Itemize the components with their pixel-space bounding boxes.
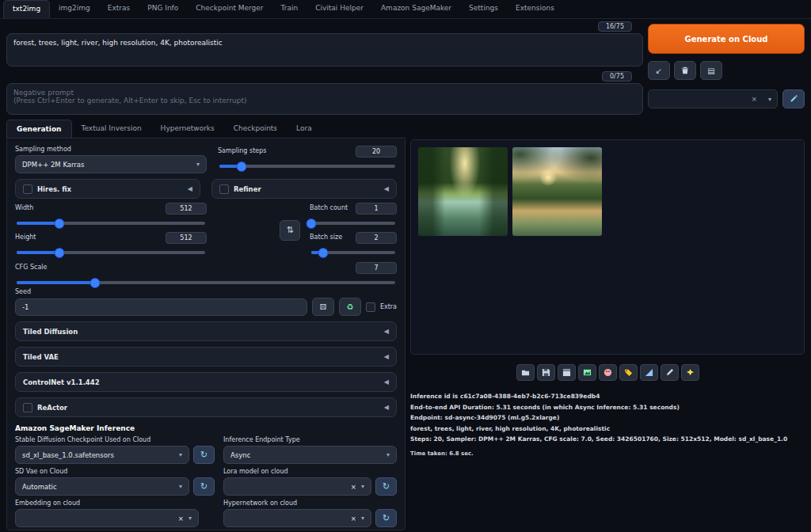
height-value[interactable]: 512 (166, 232, 207, 244)
clear-selection-icon[interactable]: × (351, 483, 356, 491)
tab-generation[interactable]: Generation (6, 120, 72, 138)
tab-hypernetworks[interactable]: Hypernetworks (151, 120, 224, 138)
reuse-seed-button[interactable]: ♻ (339, 298, 361, 316)
output-panel: Inference id is c61c7a08-4388-4eb7-b2c6-… (410, 139, 805, 457)
edit-image-button[interactable] (661, 364, 679, 381)
reactor-checkbox[interactable] (23, 403, 32, 412)
generated-image-2[interactable] (512, 147, 602, 236)
cloud-hypernetwork-multiselect[interactable]: × ▾ (223, 509, 371, 527)
batch-count-slider[interactable] (311, 222, 395, 225)
batch-size-value[interactable]: 2 (356, 232, 397, 244)
clear-prompt-button[interactable] (674, 61, 696, 80)
endpoint-text: Endpoint: sd-async-34d9075 (ml.g5.2xlarg… (410, 412, 805, 424)
tab-textual-inversion[interactable]: Textual Inversion (72, 120, 151, 138)
tab-amazon-sagemaker[interactable]: Amazon SageMaker (372, 0, 460, 18)
random-seed-button[interactable]: ⚄ (312, 298, 334, 316)
tab-txt2img[interactable]: txt2img (3, 0, 50, 18)
height-label: Height (15, 234, 36, 241)
prompt-area: 16/75 forest, trees, light, river, high … (6, 21, 643, 115)
tab-img2img[interactable]: img2img (50, 0, 99, 18)
cfg-value[interactable]: 7 (356, 262, 397, 274)
chevron-down-icon: ▾ (196, 161, 200, 168)
refresh-lora-button[interactable]: ↻ (375, 477, 397, 496)
chevron-down-icon: ▾ (361, 515, 364, 522)
sampling-steps-slider[interactable] (219, 165, 395, 168)
save-icon (542, 368, 550, 377)
width-value[interactable]: 512 (166, 203, 207, 215)
clear-selection-icon[interactable]: × (351, 515, 356, 522)
controlnet-accordion[interactable]: ControlNet v1.1.442 ◀ (15, 372, 397, 392)
restore-arrow-icon: ↙ (656, 66, 662, 75)
cloud-checkpoint-dropdown[interactable]: sd_xl_base_1.0.safetensors ▾ (15, 446, 189, 464)
reactor-accordion[interactable]: ReActor ◀ (15, 397, 397, 417)
sampling-steps-value[interactable]: 20 (356, 146, 397, 158)
image-icon (583, 368, 592, 377)
cloud-lora-label: Lora model on cloud (223, 468, 397, 475)
scale-button[interactable] (640, 364, 658, 381)
hires-fix-checkbox[interactable] (23, 184, 32, 194)
batch-column: Batch count 1 Batch size 2 (310, 203, 397, 257)
slider-knob[interactable] (54, 248, 64, 258)
swap-dimensions-button[interactable]: ⇅ (280, 220, 300, 241)
generation-settings-panel: Sampling method DPM++ 2M Karras ▾ Sampli… (6, 139, 406, 530)
enhance-button[interactable] (681, 364, 699, 381)
height-slider[interactable] (17, 251, 205, 254)
slider-knob[interactable] (89, 278, 100, 288)
tab-lora[interactable]: Lora (287, 120, 322, 138)
generate-on-cloud-button[interactable]: Generate on Cloud (648, 24, 805, 54)
extra-networks-button[interactable]: ▤ (700, 61, 722, 80)
width-slider[interactable] (17, 222, 205, 225)
refresh-checkpoint-button[interactable]: ↻ (193, 446, 215, 464)
cloud-checkpoint-value: sd_xl_base_1.0.safetensors (22, 451, 114, 459)
tab-train[interactable]: Train (272, 0, 307, 18)
seed-input[interactable] (15, 298, 307, 316)
send-to-extras-button[interactable] (619, 364, 638, 381)
cloud-embedding-group: Embedding on cloud × ▾ (15, 500, 215, 527)
edit-styles-button[interactable] (782, 89, 805, 108)
restore-prompt-button[interactable]: ↙ (648, 61, 670, 80)
send-to-inpaint-button[interactable] (599, 364, 617, 381)
send-to-img2img-button[interactable] (578, 364, 596, 381)
slider-knob[interactable] (318, 248, 329, 258)
refiner-checkbox[interactable] (219, 184, 229, 194)
seed-extra-checkbox[interactable] (366, 302, 375, 312)
paintbrush-icon (790, 95, 798, 103)
cloud-vae-dropdown[interactable]: Automatic ▾ (15, 477, 189, 496)
tab-extras[interactable]: Extras (99, 0, 139, 18)
slider-knob[interactable] (307, 218, 317, 229)
prompt-input[interactable]: forest, trees, light, river, high resolu… (6, 33, 643, 66)
batch-count-value[interactable]: 1 (356, 203, 397, 215)
cloud-lora-multiselect[interactable]: × ▾ (223, 477, 371, 496)
cfg-label: CFG Scale (15, 264, 47, 271)
refiner-accordion[interactable]: Refiner ◀ (211, 179, 397, 199)
cloud-embedding-multiselect[interactable]: × ▾ (15, 509, 199, 527)
clear-selection-icon[interactable]: × (178, 515, 184, 522)
cfg-slider[interactable] (17, 281, 395, 284)
refresh-hypernetwork-button[interactable]: ↻ (375, 509, 397, 527)
negative-prompt-input[interactable] (6, 83, 643, 115)
tab-civitai-helper[interactable]: Civitai Helper (307, 0, 372, 18)
tab-checkpoint-merger[interactable]: Checkpoint Merger (187, 0, 272, 18)
tab-checkpoints[interactable]: Checkpoints (224, 120, 287, 138)
tab-png-info[interactable]: PNG Info (139, 0, 187, 18)
open-images-folder-button[interactable] (516, 364, 535, 381)
tiled-diffusion-accordion[interactable]: Tiled Diffusion ◀ (15, 321, 397, 341)
slider-knob[interactable] (54, 218, 64, 229)
tab-extensions[interactable]: Extensions (507, 0, 563, 18)
batch-size-slider[interactable] (311, 251, 395, 254)
save-zip-button[interactable] (558, 364, 576, 381)
generated-image-1[interactable] (418, 147, 508, 236)
generate-column: Generate on Cloud ↙ ▤ × ▾ (648, 24, 805, 108)
refresh-vae-button[interactable]: ↻ (193, 477, 215, 496)
hires-fix-accordion[interactable]: Hires. fix ◀ (15, 179, 200, 199)
endpoint-type-value: Async (230, 451, 250, 459)
tab-settings[interactable]: Settings (460, 0, 507, 18)
tiled-vae-accordion[interactable]: Tiled VAE ◀ (15, 347, 397, 367)
save-image-button[interactable] (537, 364, 555, 381)
slider-knob[interactable] (237, 162, 247, 172)
styles-dropdown[interactable]: × ▾ (648, 89, 778, 108)
endpoint-type-dropdown[interactable]: Async ▾ (223, 446, 397, 464)
clear-styles-icon[interactable]: × (751, 95, 757, 103)
sampling-method-dropdown[interactable]: DPM++ 2M Karras ▾ (15, 155, 207, 173)
cloud-lora-group: Lora model on cloud × ▾ ↻ (223, 468, 397, 496)
